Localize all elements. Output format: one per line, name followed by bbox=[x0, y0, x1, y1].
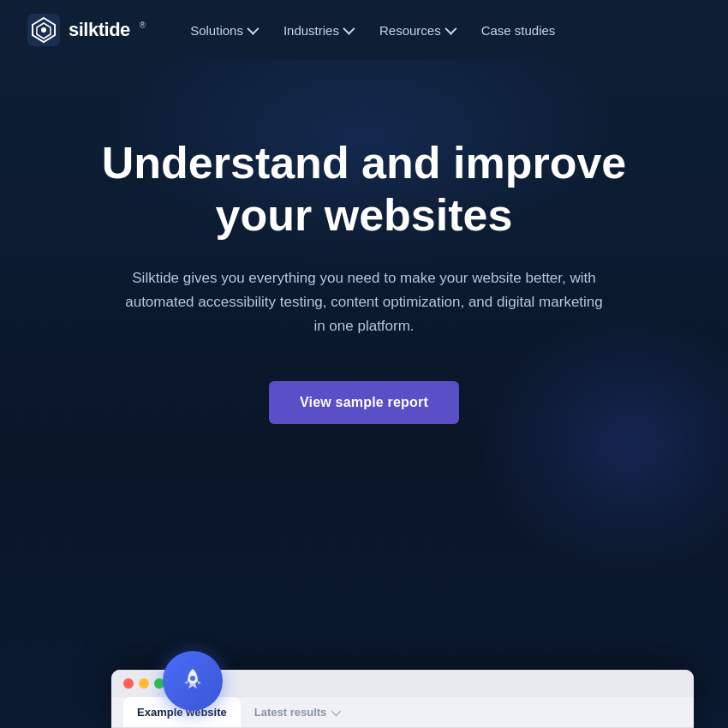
logo-text: silktide bbox=[69, 19, 130, 41]
avatar-circle bbox=[163, 651, 223, 711]
silktide-logo-icon bbox=[27, 14, 60, 46]
logo[interactable]: silktide ® bbox=[27, 14, 146, 46]
cta-button[interactable]: View sample report bbox=[269, 381, 459, 424]
hero-subtitle: Silktide gives you everything you need t… bbox=[124, 266, 604, 338]
chevron-down-icon bbox=[247, 23, 259, 35]
chevron-down-icon bbox=[343, 23, 355, 35]
glow-decoration bbox=[480, 317, 728, 574]
navbar: silktide ® Solutions Industries Resource… bbox=[0, 0, 728, 60]
hero-title: Understand and improve your websites bbox=[98, 137, 630, 242]
chevron-down-icon bbox=[445, 23, 456, 35]
nav-links: Solutions Industries Resources Case stud… bbox=[180, 16, 565, 45]
close-dot bbox=[123, 678, 134, 689]
nav-item-solutions[interactable]: Solutions bbox=[180, 16, 266, 45]
hero-section: Understand and improve your websites Sil… bbox=[0, 60, 728, 728]
svg-point-3 bbox=[41, 27, 46, 33]
rocket-icon bbox=[179, 667, 206, 695]
nav-item-case-studies[interactable]: Case studies bbox=[471, 16, 566, 45]
minimize-dot bbox=[139, 678, 149, 689]
svg-point-4 bbox=[190, 676, 195, 681]
nav-item-resources[interactable]: Resources bbox=[369, 16, 464, 45]
tab-latest-results[interactable]: Latest results bbox=[241, 697, 353, 727]
nav-item-industries[interactable]: Industries bbox=[273, 16, 362, 45]
browser-mockup-area: Example website Latest results bbox=[111, 625, 728, 728]
chevron-down-icon bbox=[331, 706, 341, 715]
